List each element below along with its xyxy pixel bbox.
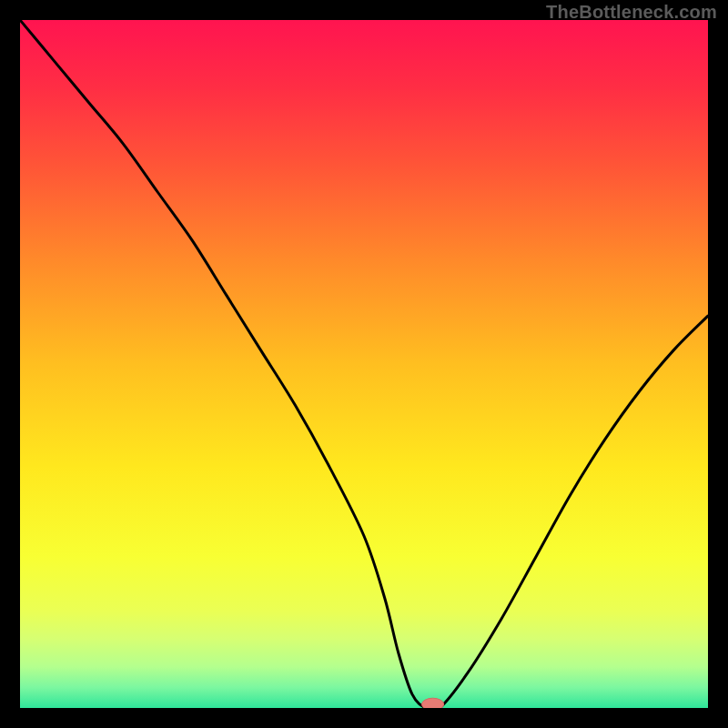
minimum-marker <box>422 698 444 708</box>
chart-frame: TheBottleneck.com <box>0 0 728 728</box>
plot-area <box>20 20 708 708</box>
bottleneck-chart-svg <box>20 20 708 708</box>
gradient-background <box>20 20 708 708</box>
watermark-text: TheBottleneck.com <box>546 2 717 23</box>
